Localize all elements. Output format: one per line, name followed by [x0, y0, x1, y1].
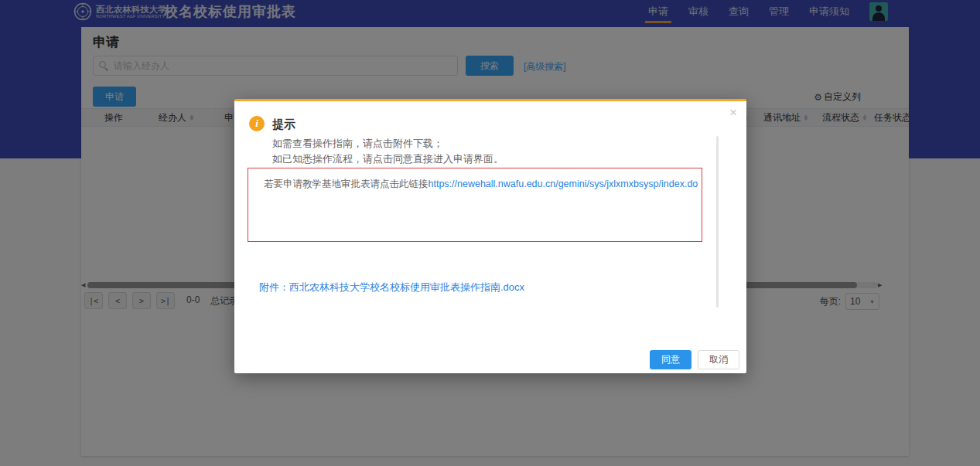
- modal-scrollbar-thumb[interactable]: [716, 136, 719, 308]
- close-icon[interactable]: ×: [729, 106, 737, 119]
- attachment-link[interactable]: 附件：西北农林科技大学校名校标使用审批表操作指南.docx: [259, 281, 524, 294]
- notice-link[interactable]: https://newehall.nwafu.edu.cn/gemini/sys…: [429, 179, 698, 189]
- modal-title: 提示: [272, 117, 295, 132]
- notice-text: 若要申请教学基地审批表请点击此链接: [264, 179, 429, 189]
- notice-modal: × i 提示 如需查看操作指南，请点击附件下载； 如已知悉操作流程，请点击同意直…: [234, 99, 746, 373]
- modal-body-line2: 如已知悉操作流程，请点击同意直接进入申请界面。: [272, 152, 504, 166]
- cancel-button[interactable]: 取消: [698, 350, 739, 369]
- modal-body-line1: 如需查看操作指南，请点击附件下载；: [272, 137, 443, 151]
- agree-button[interactable]: 同意: [650, 350, 691, 369]
- notice-red-box: 若要申请教学基地审批表请点击此链接https://newehall.nwafu.…: [248, 168, 702, 242]
- info-icon: i: [249, 116, 265, 131]
